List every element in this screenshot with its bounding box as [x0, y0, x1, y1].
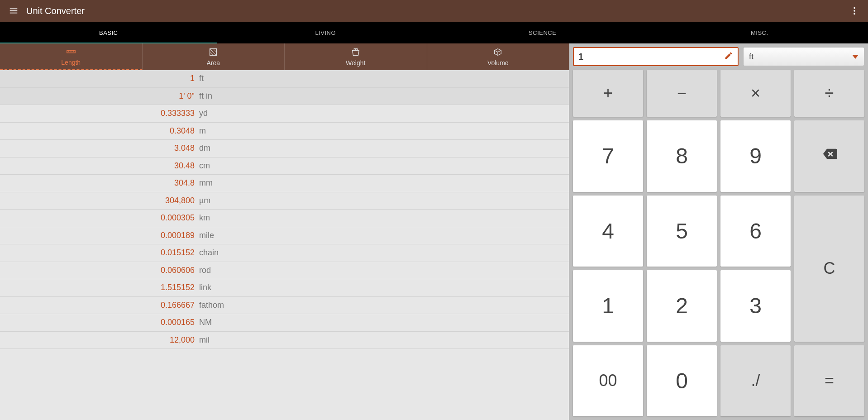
key-minus[interactable]: −: [647, 70, 717, 117]
category-tab-area[interactable]: Area: [143, 43, 285, 70]
result-row[interactable]: 0.000189mile: [0, 227, 569, 245]
result-value: 3.048: [0, 143, 199, 153]
result-row[interactable]: 304,800µm: [0, 192, 569, 210]
result-unit: NM: [199, 318, 212, 327]
top-tab-bar: BASICLIVINGSCIENCEMISC.: [0, 22, 868, 43]
result-unit: m: [199, 126, 206, 136]
svg-point-0: [854, 7, 855, 9]
result-unit: ft in: [199, 91, 212, 101]
svg-point-13: [355, 49, 356, 50]
category-tab-length[interactable]: Length: [0, 43, 143, 70]
key-clear[interactable]: C: [794, 196, 864, 342]
result-value: 1' 0": [0, 91, 199, 101]
key-4[interactable]: 4: [573, 196, 643, 267]
key-plus[interactable]: +: [573, 70, 643, 117]
result-row[interactable]: 304.8mm: [0, 175, 569, 192]
category-tab-weight[interactable]: Weight: [285, 43, 427, 70]
key-8[interactable]: 8: [647, 120, 717, 192]
result-value: 30.48: [0, 161, 199, 171]
key-backspace[interactable]: [794, 120, 864, 192]
key-2[interactable]: 2: [647, 270, 717, 342]
result-row[interactable]: 12,000mil: [0, 332, 569, 349]
key-00[interactable]: 00: [573, 345, 643, 417]
result-row[interactable]: 0.166667fathom: [0, 297, 569, 315]
result-unit: yd: [199, 109, 208, 118]
result-unit: mile: [199, 231, 214, 240]
result-row[interactable]: 0.000305km: [0, 210, 569, 227]
left-panel: LengthAreaWeightVolume 1ft1' 0"ft in0.33…: [0, 43, 569, 420]
category-tab-volume[interactable]: Volume: [427, 43, 569, 70]
result-row[interactable]: 30.48cm: [0, 158, 569, 175]
input-row: ft: [569, 43, 868, 70]
result-unit: fathom: [199, 301, 224, 310]
key-9[interactable]: 9: [720, 120, 791, 192]
top-tab-misc[interactable]: MISC.: [651, 22, 868, 43]
hamburger-menu-icon[interactable]: [5, 2, 23, 20]
svg-point-2: [854, 13, 855, 15]
key-divide[interactable]: ÷: [794, 70, 864, 117]
app-header: Unit Converter: [0, 0, 868, 22]
svg-rect-3: [67, 50, 75, 53]
svg-line-10: [213, 49, 216, 52]
result-value: 0.015152: [0, 248, 199, 258]
result-unit: ft: [199, 74, 204, 83]
result-value: 0.166667: [0, 301, 199, 310]
key-3[interactable]: 3: [720, 270, 791, 342]
key-dot[interactable]: ./: [720, 345, 791, 417]
backspace-icon: [822, 146, 837, 166]
result-row[interactable]: 0.333333yd: [0, 105, 569, 123]
result-value: 0.000305: [0, 213, 199, 223]
result-value: 0.333333: [0, 109, 199, 118]
value-input[interactable]: [578, 52, 724, 62]
key-6[interactable]: 6: [720, 196, 791, 267]
result-unit: cm: [199, 161, 210, 171]
app-root: Unit Converter BASICLIVINGSCIENCEMISC. L…: [0, 0, 868, 420]
result-row[interactable]: 0.3048m: [0, 123, 569, 140]
volume-icon: [493, 47, 503, 58]
top-tab-living[interactable]: LIVING: [217, 22, 434, 43]
result-value: 12,000: [0, 335, 199, 345]
result-value: 304.8: [0, 178, 199, 188]
category-tab-bar: LengthAreaWeightVolume: [0, 43, 569, 70]
result-row[interactable]: 0.000165NM: [0, 314, 569, 332]
key-0[interactable]: 0: [647, 345, 717, 417]
key-equals[interactable]: =: [794, 345, 864, 417]
key-7[interactable]: 7: [573, 120, 643, 192]
results-list[interactable]: 1ft1' 0"ft in0.333333yd0.3048m3.048dm30.…: [0, 70, 569, 420]
result-row[interactable]: 3.048dm: [0, 140, 569, 158]
area-icon: [208, 47, 218, 58]
value-input-box[interactable]: [573, 47, 739, 66]
dropdown-triangle-icon: [852, 55, 858, 59]
weight-icon: [351, 47, 361, 58]
result-row[interactable]: 1.515152link: [0, 279, 569, 297]
ruler-icon: [66, 47, 76, 58]
key-multiply[interactable]: ×: [720, 70, 791, 117]
more-vert-icon[interactable]: [845, 2, 863, 20]
result-value: 1.515152: [0, 283, 199, 292]
unit-select[interactable]: ft: [743, 47, 864, 66]
result-row[interactable]: 1' 0"ft in: [0, 88, 569, 105]
result-unit: mm: [199, 178, 213, 188]
result-row[interactable]: 0.015152chain: [0, 244, 569, 262]
top-tab-science[interactable]: SCIENCE: [434, 22, 651, 43]
result-row[interactable]: 0.060606rod: [0, 262, 569, 280]
svg-point-1: [854, 10, 855, 12]
result-value: 0.000189: [0, 231, 199, 240]
result-value: 1: [0, 74, 199, 83]
result-value: 0.000165: [0, 318, 199, 327]
edit-icon[interactable]: [724, 51, 733, 62]
result-unit: µm: [199, 196, 210, 205]
result-unit: link: [199, 283, 211, 292]
app-title: Unit Converter: [26, 6, 85, 16]
main-area: LengthAreaWeightVolume 1ft1' 0"ft in0.33…: [0, 43, 868, 420]
svg-line-11: [210, 52, 213, 55]
result-unit: dm: [199, 143, 210, 153]
result-unit: km: [199, 213, 210, 223]
result-unit: mil: [199, 335, 210, 345]
key-5[interactable]: 5: [647, 196, 717, 267]
result-unit: rod: [199, 266, 211, 275]
result-row[interactable]: 1ft: [0, 70, 569, 88]
svg-line-9: [210, 49, 217, 56]
top-tab-basic[interactable]: BASIC: [0, 22, 217, 43]
key-1[interactable]: 1: [573, 270, 643, 342]
